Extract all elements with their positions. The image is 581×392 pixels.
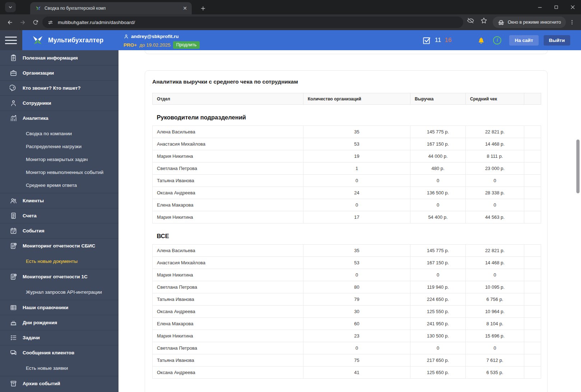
tasks-count[interactable]: 11 [435, 37, 441, 44]
employee-name-cell: Татьяна Иванова [153, 354, 303, 367]
url-bar[interactable]: multibuhgalter.ru/admin/dashboard/ [42, 16, 463, 28]
table-row: Мария Никитина000 [153, 269, 541, 281]
sidebar-item-label: Счета [23, 213, 37, 218]
table-row: Мария Никитина1754 400 р.44 563 р. [153, 211, 541, 223]
sidebar-item[interactable]: Организации [0, 65, 118, 80]
plan-until: до 19.02.2025 [139, 42, 171, 48]
column-header: Средний чек [466, 93, 524, 105]
sidebar-item-label: Наши справочники [23, 305, 68, 310]
back-icon[interactable] [4, 17, 15, 28]
sidebar-subsection: Есть новые заявки [0, 360, 118, 376]
new-tab-button[interactable] [198, 4, 208, 13]
table-row: Мария Никитина23130 500 р.15 696 р. [153, 330, 541, 342]
site-info-icon[interactable] [47, 19, 54, 25]
sidebar-item-label: Дни рождения [23, 320, 57, 325]
value-cell: 54 400 р. [410, 211, 466, 223]
analytics-icon [10, 114, 17, 122]
spacer-cell [524, 342, 541, 354]
spacer-cell [524, 211, 541, 223]
logout-button[interactable]: Выйти [544, 35, 571, 46]
tab-search-button[interactable] [5, 2, 16, 12]
sidebar-item-label: Кто звонит? Кто пишет? [23, 85, 80, 91]
report-check-icon [10, 273, 17, 280]
spacer-cell [524, 306, 541, 318]
window-minimize-button[interactable] [531, 0, 548, 14]
table-row: Оксана Андреева41125 650 р.6 535 р. [153, 367, 541, 379]
notifications-bell-icon[interactable] [477, 36, 485, 44]
sidebar-item[interactable]: Аналитика [0, 110, 118, 126]
window-maximize-button[interactable] [548, 0, 564, 14]
renew-button[interactable]: Продлить [173, 41, 200, 49]
sidebar-subsection: Журнал запросов API-интеграции [0, 284, 118, 300]
sidebar-subitem[interactable]: Сводка по компании [0, 127, 118, 140]
value-cell: 80 [303, 281, 410, 293]
reload-icon[interactable] [30, 17, 41, 28]
employee-name-cell: Елена Макарова [153, 199, 303, 211]
sidebar-item-label: Сообщения клиентов [23, 350, 74, 355]
sidebar-item[interactable]: Сотрудники [0, 95, 118, 110]
value-cell: 136 500 р. [410, 187, 466, 199]
value-cell: 145 775 р. [410, 245, 466, 257]
employee-name-cell: Алена Васильева [153, 245, 303, 257]
employee-name-cell: Алена Васильева [153, 126, 303, 138]
sidebar-subitem[interactable]: Монитор незакрытых задач [0, 153, 118, 166]
sidebar-item[interactable]: Архив событий [0, 376, 118, 391]
directory-icon [10, 304, 17, 311]
sidebar-item[interactable]: Счета [0, 208, 118, 223]
table-row: Анастасия Михайлова53167 150 р.14 468 р. [153, 138, 541, 150]
tasks-checkbox-icon[interactable] [422, 36, 431, 45]
value-cell: 480 р. [410, 162, 466, 175]
sidebar-item[interactable]: Мониторинг отчетности 1С [0, 269, 118, 284]
briefcase-icon [10, 69, 17, 77]
sidebar-item[interactable]: Дни рождения [0, 315, 118, 330]
kebab-menu-icon[interactable] [567, 17, 577, 28]
sidebar-item[interactable]: Клиенты [0, 193, 118, 208]
hamburger-menu-icon[interactable] [0, 30, 22, 50]
value-cell: 0 [410, 269, 466, 281]
sidebar-subitem[interactable]: Среднее время ответа [0, 179, 118, 192]
sidebar-item-label: Организации [23, 70, 54, 76]
browser-tab[interactable]: Сводка по бухгалтерской комп ✕ [30, 2, 192, 14]
info-icon[interactable]: i [493, 36, 501, 44]
table-row: Оксана Андреева24136 500 р.28 338 р. [153, 187, 541, 199]
sidebar-item[interactable]: События [0, 223, 118, 238]
spacer-cell [524, 293, 541, 306]
to-site-button[interactable]: На сайт [509, 35, 538, 46]
window-close-button[interactable] [564, 0, 581, 14]
sidebar-subitem[interactable]: Монитор невыполненных событий [0, 166, 118, 179]
sidebar-subitem[interactable]: Есть новые заявки [0, 362, 118, 374]
forward-icon[interactable] [17, 17, 28, 28]
sidebar-subitem[interactable]: Распределение нагрузки [0, 140, 118, 153]
butterfly-logo-icon [31, 34, 45, 46]
url-text[interactable]: multibuhgalter.ru/admin/dashboard/ [58, 20, 135, 25]
table-row: Татьяна Иванова79224 650 р.6 756 р. [153, 293, 541, 306]
value-cell: 167 150 р. [410, 138, 466, 150]
table-row: Анастасия Михайлова53167 150 р.14 468 р. [153, 257, 541, 269]
bookmark-star-icon[interactable] [480, 17, 488, 24]
value-cell: 24 [303, 187, 410, 199]
account-email[interactable]: andrey@sbkprofit.ru [131, 34, 178, 39]
spacer-cell [524, 318, 541, 330]
scrollbar-thumb[interactable] [576, 140, 580, 193]
sidebar-item[interactable]: Наши справочники [0, 300, 118, 315]
value-cell: 0 [466, 175, 524, 187]
spacer-cell [524, 126, 541, 138]
eye-off-icon[interactable] [467, 17, 474, 24]
sidebar-item[interactable]: Полезная информация [0, 50, 118, 65]
brand[interactable]: Мультибухгалтер [31, 30, 103, 50]
tab-close-icon[interactable]: ✕ [182, 5, 188, 11]
sidebar-item[interactable]: ?Кто звонит? Кто пишет? [0, 80, 118, 95]
value-cell: 17 [303, 211, 410, 223]
table-row: Елена Макарова60241 950 р.8 104 р. [153, 318, 541, 330]
sidebar-subitem[interactable]: Журнал запросов API-интеграции [0, 285, 118, 298]
tab-strip: Сводка по бухгалтерской комп ✕ [0, 0, 581, 14]
tasks-count-overdue[interactable]: 16 [445, 37, 451, 44]
value-cell: 30 [303, 306, 410, 318]
sidebar-item[interactable]: Сообщения клиентов [0, 345, 118, 360]
browser-toolbar: multibuhgalter.ru/admin/dashboard/ Окно … [0, 14, 581, 30]
sidebar-item[interactable]: Мониторинг отчетности СБИС [0, 238, 118, 253]
sidebar-subitem[interactable]: Есть новые документы [0, 255, 118, 268]
report-check-icon [10, 242, 17, 250]
sidebar-item[interactable]: Задачи [0, 330, 118, 345]
value-cell: 41 [303, 367, 410, 379]
